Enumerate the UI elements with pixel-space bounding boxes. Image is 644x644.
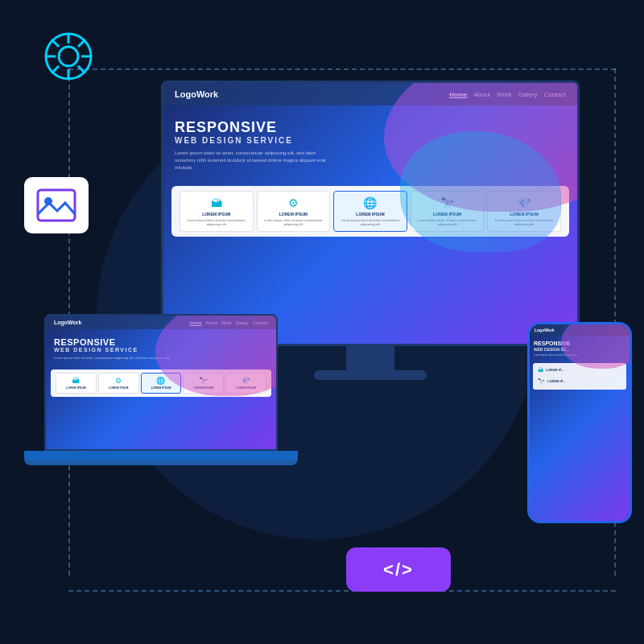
card-1-title: LOREM IPSUM <box>202 212 230 217</box>
laptop-card-1-icon: 🏔 <box>72 377 80 385</box>
laptop-base <box>24 451 298 465</box>
laptop-card-3-icon: 🌐 <box>156 377 165 385</box>
phone-card-1-title: LOREM IP... <box>546 368 564 372</box>
monitor-base <box>314 370 427 380</box>
svg-point-1 <box>59 47 78 66</box>
monitor-card-3: 🌐 LOREM IPSUM Lorem ipsum dolor sit amet… <box>333 191 407 232</box>
laptop-card-2-icon: ⚙ <box>115 377 122 385</box>
monitor-hero-body: Lorem ipsum dolor sit amet, consectetuer… <box>175 150 336 171</box>
code-icon-box: </> <box>346 547 451 592</box>
phone-screen: LogoWork RESPONSIVE WEB DESIGN SE... Lor… <box>530 324 630 521</box>
monitor-hero: RESPONSIVE WEB DESIGN SERVICE Lorem ipsu… <box>163 105 577 180</box>
card-3-icon: 🌐 <box>363 196 377 209</box>
phone-card-2-icon: 🔭 <box>538 378 545 385</box>
code-icon-text: </> <box>383 559 414 580</box>
svg-rect-10 <box>38 190 75 221</box>
image-icon-box <box>24 177 89 233</box>
dashed-line-horizontal-top <box>68 68 616 70</box>
monitor-stand <box>346 346 394 370</box>
phone: LogoWork RESPONSIVE WEB DESIGN SE... Lor… <box>527 322 632 523</box>
svg-line-6 <box>52 39 59 47</box>
card-2-title: LOREM IPSUM <box>279 212 308 217</box>
card-3-text: Lorem ipsum dolor sit amet consectetuer … <box>336 218 405 226</box>
laptop-card-2: ⚙ LOREM IPSUM <box>98 373 139 394</box>
phone-card-1-icon: 🏔 <box>538 367 543 373</box>
svg-line-7 <box>78 66 85 73</box>
card-2-text: Lorem ipsum dolor sit amet consectetuer … <box>259 218 328 226</box>
svg-line-9 <box>52 66 59 73</box>
card-1-icon: 🏔 <box>211 196 222 209</box>
monitor-card-1: 🏔 LOREM IPSUM Lorem ipsum dolor sit amet… <box>180 191 254 232</box>
laptop-logo: LogoWork <box>54 320 81 325</box>
phone-card-2: 🔭 LOREM IP... <box>536 377 623 387</box>
monitor-hero-subtitle: WEB DESIGN SERVICE <box>175 136 566 145</box>
card-3-title: LOREM IPSUM <box>356 212 384 217</box>
monitor-logo: LogoWork <box>175 89 218 99</box>
monitor-screen: LogoWork Home About Work Galery Contact … <box>161 80 580 346</box>
laptop-card-1-title: LOREM IPSUM <box>66 386 86 390</box>
card-2-icon: ⚙ <box>288 196 299 209</box>
phone-logo: LogoWork <box>535 328 555 332</box>
monitor-hero-title: RESPONSIVE <box>175 120 566 136</box>
phone-card-2-title: LOREM IP... <box>547 379 565 383</box>
laptop-card-1: 🏔 LOREM IPSUM <box>56 373 97 394</box>
laptop-keyboard <box>24 451 298 460</box>
monitor-card-2: ⚙ LOREM IPSUM Lorem ipsum dolor sit amet… <box>257 191 331 232</box>
laptop-card-2-title: LOREM IPSUM <box>109 386 129 390</box>
laptop-card-3-title: LOREM IPSUM <box>151 386 171 390</box>
gear-icon-box <box>44 32 93 80</box>
dashed-line-horizontal-bottom <box>68 590 616 592</box>
svg-line-8 <box>78 39 85 47</box>
laptop-screen: LogoWork Home About Work Galery Contact … <box>44 314 278 451</box>
laptop: LogoWork Home About Work Galery Contact … <box>24 314 298 499</box>
card-1-text: Lorem ipsum dolor sit amet consectetuer … <box>182 218 251 226</box>
